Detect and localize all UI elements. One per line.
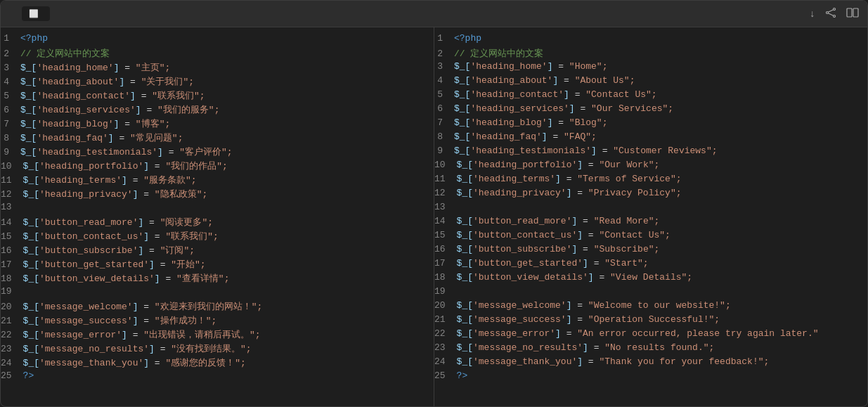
line-number: 11 <box>434 174 457 184</box>
file-icon: ⬜ <box>29 9 39 18</box>
line-content <box>457 202 462 212</box>
line-content: $_['heading_testimonials'] = "客户评价"; <box>20 146 233 158</box>
code-line: 11$_['heading_terms'] = "Terms of Servic… <box>434 174 867 188</box>
code-line: 9$_['heading_testimonials'] = "Customer … <box>434 146 867 160</box>
code-line: 19 <box>1 286 434 300</box>
line-number: 6 <box>1 105 20 115</box>
line-number: 19 <box>1 286 23 297</box>
line-content: $_['heading_terms'] = "Terms of Service"… <box>457 174 682 184</box>
line-number: 14 <box>1 217 23 228</box>
code-line: 4$_['heading_about'] = "About Us"; <box>434 75 867 89</box>
line-content: $_['button_read_more'] = "Read More"; <box>457 216 660 226</box>
line-content: $_['heading_portfolio'] = "Our Work"; <box>457 160 660 170</box>
code-line: 16$_['button_subscribe'] = "订阅"; <box>1 244 434 258</box>
right-code-panel: 1<?php2// 定义网站中的文案3$_['heading_home'] = … <box>434 27 867 406</box>
line-content: $_['button_view_details'] = "View Detail… <box>457 272 692 283</box>
line-content: $_['button_get_started'] = "Start"; <box>457 258 649 269</box>
line-content: $_['message_thank_you'] = "Thank you for… <box>457 356 770 367</box>
code-line: 2// 定义网站中的文案 <box>434 47 867 61</box>
line-number: 23 <box>1 344 23 354</box>
line-content: $_['message_error'] = "出现错误，请稍后再试。"; <box>23 328 261 341</box>
line-content: $_['heading_privacy'] = "隐私政策"; <box>23 188 208 200</box>
line-number: 6 <box>434 103 454 114</box>
code-line: 21$_['message_success'] = "Operation Suc… <box>434 314 867 328</box>
code-line: 7$_['heading_blog'] = "Blog"; <box>434 117 867 131</box>
line-content: $_['heading_blog'] = "Blog"; <box>454 117 607 128</box>
share-icon[interactable] <box>825 7 836 21</box>
line-content: $_['button_read_more'] = "阅读更多"; <box>23 216 213 228</box>
code-line: 10$_['heading_portfolio'] = "Our Work"; <box>434 160 867 174</box>
line-number: 3 <box>1 63 20 73</box>
line-number: 16 <box>434 244 457 254</box>
code-line: 10$_['heading_portfolio'] = "我们的作品"; <box>1 160 434 174</box>
line-content: $_['heading_home'] = "Home"; <box>454 61 607 72</box>
line-number: 17 <box>1 259 23 270</box>
line-content: $_['heading_terms'] = "服务条款"; <box>23 174 197 186</box>
file-tab: ⬜ <box>22 6 50 21</box>
svg-line-3 <box>828 9 833 12</box>
line-content <box>23 286 29 297</box>
layout-icon[interactable] <box>846 8 859 20</box>
line-number: 10 <box>434 160 457 170</box>
code-line: 9$_['heading_testimonials'] = "客户评价"; <box>1 146 434 160</box>
code-line: 13 <box>434 202 867 216</box>
code-line: 23$_['message_no_results'] = "没有找到结果。"; <box>1 342 434 356</box>
line-content: $_['heading_contact'] = "Contact Us"; <box>454 89 657 100</box>
code-line: 23$_['message_no_results'] = "No results… <box>434 342 867 356</box>
code-line: 5$_['heading_contact'] = "联系我们"; <box>1 89 434 103</box>
svg-rect-6 <box>853 8 858 17</box>
line-number: 19 <box>434 286 457 297</box>
code-line: 5$_['heading_contact'] = "Contact Us"; <box>434 89 867 103</box>
svg-point-2 <box>834 15 836 17</box>
title-bar-left: ⬜ <box>9 6 409 21</box>
line-content: $_['message_no_results'] = "没有找到结果。"; <box>23 342 252 355</box>
line-content <box>23 202 29 212</box>
code-line: 4$_['heading_about'] = "关于我们"; <box>1 75 434 89</box>
line-content: $_['heading_contact'] = "联系我们"; <box>20 89 205 102</box>
line-content: $_['heading_testimonials'] = "Customer R… <box>454 146 718 156</box>
svg-point-0 <box>834 8 836 10</box>
line-content: $_['heading_portfolio'] = "我们的作品"; <box>23 160 228 172</box>
line-content: $_['heading_about'] = "关于我们"; <box>20 75 194 88</box>
line-content: // 定义网站中的文案 <box>454 47 543 60</box>
code-line: 17$_['button_get_started'] = "开始"; <box>1 258 434 272</box>
code-line: 14$_['button_read_more'] = "阅读更多"; <box>1 216 434 230</box>
download-icon[interactable]: ↓ <box>810 8 815 20</box>
line-content: $_['message_success'] = "Operation Succe… <box>457 314 720 325</box>
line-content: $_['heading_blog'] = "博客"; <box>20 117 170 130</box>
line-number: 22 <box>434 328 457 339</box>
line-content: $_['message_error'] = "An error occurred… <box>457 328 819 339</box>
code-line: 24$_['message_thank_you'] = "感谢您的反馈！"; <box>1 356 434 370</box>
back-button[interactable] <box>9 13 15 15</box>
code-line: 15$_['button_contact_us'] = "Contact Us"… <box>434 230 867 244</box>
line-number: 4 <box>434 75 454 86</box>
line-content: ?> <box>23 370 34 381</box>
line-content: $_['button_subscribe'] = "订阅"; <box>23 244 195 257</box>
line-content: $_['message_no_results'] = "No results f… <box>457 342 715 353</box>
main-content: 1<?php2// 定义网站中的文案3$_['heading_home'] = … <box>1 27 867 406</box>
line-number: 15 <box>1 231 23 242</box>
code-line: 12$_['heading_privacy'] = "隐私政策"; <box>1 188 434 202</box>
line-content: $_['button_get_started'] = "开始"; <box>23 258 206 271</box>
code-line: 25?> <box>434 370 867 385</box>
line-number: 11 <box>1 175 23 186</box>
line-number: 13 <box>434 202 457 212</box>
line-content: $_['message_thank_you'] = "感谢您的反馈！"; <box>23 356 246 369</box>
line-content: <?php <box>454 33 481 44</box>
line-number: 18 <box>1 273 23 284</box>
line-number: 1 <box>1 33 20 44</box>
line-content: <?php <box>20 33 48 44</box>
line-number: 5 <box>434 89 454 100</box>
line-content <box>457 286 462 297</box>
line-number: 2 <box>434 49 454 59</box>
code-line: 17$_['button_get_started'] = "Start"; <box>434 258 867 272</box>
line-content: $_['button_contact_us'] = "Contact Us"; <box>457 230 671 240</box>
line-number: 22 <box>1 330 23 340</box>
code-line: 24$_['message_thank_you'] = "Thank you f… <box>434 356 867 370</box>
line-content: $_['heading_privacy'] = "Privacy Policy"… <box>457 188 682 198</box>
code-line: 7$_['heading_blog'] = "博客"; <box>1 117 434 131</box>
line-number: 9 <box>1 147 20 157</box>
line-number: 1 <box>434 33 454 44</box>
code-line: 6$_['heading_services'] = "我们的服务"; <box>1 103 434 117</box>
code-line: 25?> <box>1 370 434 385</box>
